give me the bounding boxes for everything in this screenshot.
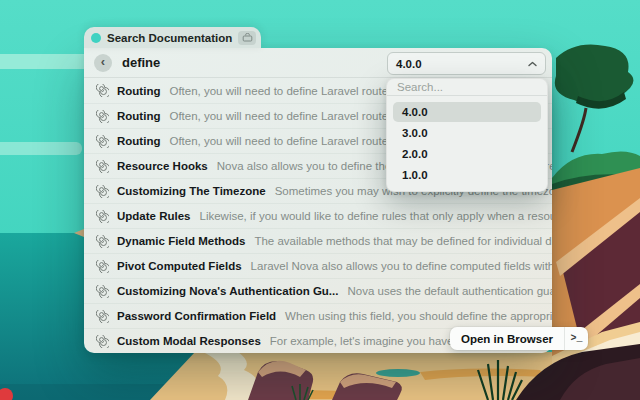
version-options: 4.0.0 3.0.0 2.0.0 1.0.0 [387,96,547,191]
spiral-doc-icon [96,310,109,323]
version-option[interactable]: 2.0.0 [393,144,541,164]
result-row[interactable]: Update Rules Likewise, if you would like… [84,203,552,228]
version-select-value: 4.0.0 [396,58,528,70]
result-row[interactable]: Pivot Computed Fields Laravel Nova also … [84,253,552,278]
result-row[interactable]: Password Confirmation Field When using t… [84,303,552,328]
version-select[interactable]: 4.0.0 [387,52,546,75]
spiral-doc-icon [96,84,109,97]
spiral-doc-icon [96,135,109,148]
version-dropdown: 4.0.0 3.0.0 2.0.0 1.0.0 [386,78,548,192]
version-search-input[interactable] [387,79,547,96]
result-row[interactable]: Dynamic Field Methods The available meth… [84,228,552,253]
chevron-up-icon [528,61,537,67]
open-in-browser-button[interactable]: Open in Browser [450,327,564,350]
spiral-doc-icon [96,235,109,248]
spiral-doc-icon [96,335,109,348]
back-button[interactable]: ‹ [94,54,112,72]
spiral-doc-icon [96,160,109,173]
version-option[interactable]: 3.0.0 [393,123,541,143]
version-option[interactable]: 1.0.0 [393,165,541,185]
spiral-doc-icon [96,185,109,198]
terminal-key-icon[interactable]: >_ [564,327,588,350]
briefcase-icon [238,31,256,45]
footer-action-hint: Open in Browser >_ [450,327,588,350]
version-option[interactable]: 4.0.0 [393,102,541,122]
launcher-title: Search Documentation [107,32,232,44]
spiral-doc-icon [96,110,109,123]
back-chevron-icon: ‹ [101,55,105,68]
app-dot-icon [91,33,101,43]
search-query-input[interactable]: define [122,55,160,70]
spiral-doc-icon [96,210,109,223]
spiral-doc-icon [96,260,109,273]
result-row[interactable]: Customizing Nova's Authentication Gu... … [84,278,552,303]
spiral-doc-icon [96,285,109,298]
search-topbar: ‹ define 4.0.0 [84,48,552,78]
search-documentation-panel: ‹ define 4.0.0 Routing Often, you will n… [84,48,552,353]
launcher-pill[interactable]: Search Documentation [84,27,261,48]
